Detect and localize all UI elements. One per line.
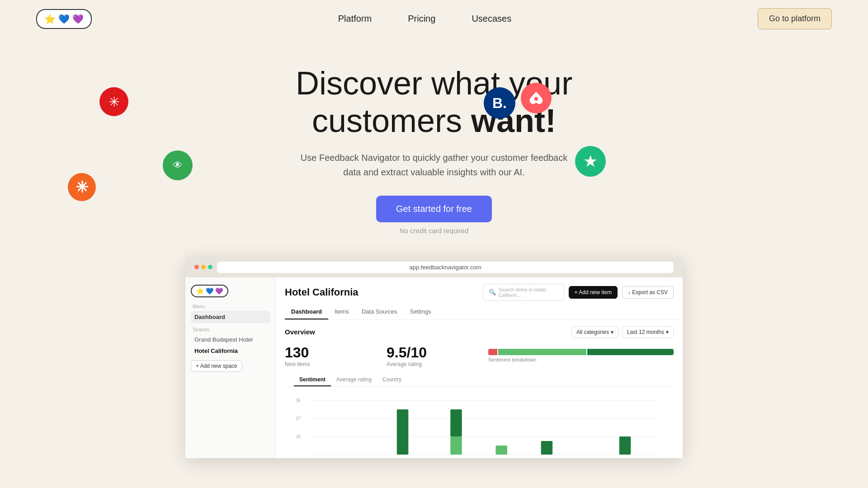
sidebar: ⭐💙💜 Menu Dashboard Spaces Grand Budapest… <box>185 277 276 458</box>
logo-star-icon: ⭐ <box>44 14 56 24</box>
hero-subtitle: Use Feedback Navigator to quickly gather… <box>298 150 570 179</box>
avg-rating-number: 9.5/10 <box>387 344 479 361</box>
sentiment-label: Sentiment breakdown <box>488 357 674 362</box>
sidebar-menu-label: Menu <box>193 304 268 309</box>
greenstar-icon: ★ <box>575 146 606 177</box>
tripadvisor-icon: 👁 <box>163 150 193 180</box>
chevron-down-icon: ▾ <box>611 329 613 335</box>
yelp-icon: ✳ <box>99 87 128 116</box>
sidebar-logo: ⭐💙💜 <box>191 285 228 297</box>
chart-area: 36 27 18 <box>285 387 674 458</box>
no-credit-text: No credit card required <box>9 227 859 235</box>
new-items-label: New items <box>285 361 377 367</box>
logo-heart-icon: 💜 <box>72 14 84 24</box>
main-header: Hotel California 🔍 Search items in Hotel… <box>276 277 683 301</box>
navbar: ⭐ 💙 💜 Platform Pricing Usecases Go to pl… <box>0 0 868 38</box>
avg-rating-stat: 9.5/10 Average rating <box>387 344 488 367</box>
time-filter[interactable]: Last 12 months ▾ <box>622 326 674 338</box>
sidebar-space-budapest[interactable]: Grand Budapest Hotel <box>191 334 270 345</box>
add-space-button[interactable]: + Add new space <box>191 360 242 372</box>
chart-tab-sentiment[interactable]: Sentiment <box>294 374 331 386</box>
logo-circle-icon: 💙 <box>58 14 70 24</box>
hero-section: ✳ 👁 ✳ B. ★ Discover what your customers … <box>0 38 868 244</box>
overview-section: Overview All categories ▾ Last 12 months… <box>276 320 683 458</box>
nav-links: Platform Pricing Usecases <box>338 14 511 24</box>
svg-text:36: 36 <box>296 398 301 403</box>
airbnb-icon <box>521 83 552 113</box>
chart-tab-avg-rating[interactable]: Average rating <box>331 374 377 386</box>
sentiment-bar <box>488 349 674 355</box>
go-to-platform-button[interactable]: Go to platform <box>758 8 832 29</box>
svg-rect-14 <box>619 436 631 455</box>
nav-usecases[interactable]: Usecases <box>472 14 511 24</box>
filter-group: All categories ▾ Last 12 months ▾ <box>571 326 674 338</box>
sentiment-negative-bar <box>488 349 497 355</box>
new-items-stat: 130 New items <box>285 344 387 367</box>
browser-chrome: app.feedbacknavigator.com ⭐💙💜 Menu Dashb… <box>185 257 683 458</box>
tab-items[interactable]: Items <box>328 305 355 319</box>
booking-icon: B. <box>484 87 515 119</box>
sidebar-item-dashboard[interactable]: Dashboard <box>191 311 270 323</box>
logo[interactable]: ⭐ 💙 💜 <box>36 9 92 29</box>
chart-tab-country[interactable]: Country <box>377 374 407 386</box>
main-content: Hotel California 🔍 Search items in Hotel… <box>276 277 683 458</box>
main-tabs: Dashboard Items Data Sources Settings <box>276 301 683 320</box>
main-title: Hotel California <box>285 286 359 298</box>
browser-bar: app.feedbacknavigator.com <box>185 257 683 277</box>
tab-data-sources[interactable]: Data Sources <box>355 305 404 319</box>
chart-tabs: Sentiment Average rating Country <box>285 374 674 387</box>
sidebar-space-california[interactable]: Hotel California <box>191 345 270 357</box>
svg-rect-11 <box>450 436 462 455</box>
hero-headline: Discover what your customers want! <box>9 65 859 140</box>
app-screenshot-wrapper: app.feedbacknavigator.com ⭐💙💜 Menu Dashb… <box>0 257 868 458</box>
category-filter[interactable]: All categories ▾ <box>571 326 618 338</box>
bar-chart: 36 27 18 <box>294 391 665 458</box>
search-icon: 🔍 <box>489 289 496 296</box>
export-csv-button[interactable]: ↓ Export as CSV <box>622 286 674 299</box>
svg-rect-13 <box>541 441 553 455</box>
sentiment-bar-container: Sentiment breakdown <box>488 344 674 367</box>
nav-platform[interactable]: Platform <box>338 14 372 24</box>
avg-rating-label: Average rating <box>387 361 479 367</box>
tab-settings[interactable]: Settings <box>403 305 437 319</box>
tab-dashboard[interactable]: Dashboard <box>285 305 328 319</box>
app-inner: ⭐💙💜 Menu Dashboard Spaces Grand Budapest… <box>185 277 683 458</box>
svg-rect-12 <box>495 446 507 455</box>
search-bar[interactable]: 🔍 Search items in Hotel Californi... <box>483 284 564 301</box>
sentiment-positive-dark-bar <box>587 349 674 355</box>
svg-point-0 <box>534 97 538 101</box>
chevron-down-icon-2: ▾ <box>666 329 669 335</box>
get-started-button[interactable]: Get started for free <box>376 196 492 222</box>
sentiment-positive-light-bar <box>498 349 586 355</box>
overview-title: Overview <box>285 328 315 336</box>
sidebar-spaces-label: Spaces <box>193 327 268 332</box>
overview-header: Overview All categories ▾ Last 12 months… <box>285 326 674 338</box>
header-actions: 🔍 Search items in Hotel Californi... + A… <box>483 284 674 301</box>
add-item-button[interactable]: + Add new item <box>569 286 618 299</box>
stats-row: 130 New items 9.5/10 Average rating <box>285 344 674 367</box>
asterisk-icon: ✳ <box>68 173 96 201</box>
svg-text:27: 27 <box>296 416 301 421</box>
svg-text:18: 18 <box>296 434 301 439</box>
svg-rect-8 <box>397 409 409 455</box>
nav-pricing[interactable]: Pricing <box>408 14 435 24</box>
svg-rect-10 <box>450 409 462 436</box>
search-placeholder-text: Search items in Hotel Californi... <box>499 287 558 298</box>
new-items-number: 130 <box>285 344 377 361</box>
url-bar: app.feedbacknavigator.com <box>217 262 674 273</box>
